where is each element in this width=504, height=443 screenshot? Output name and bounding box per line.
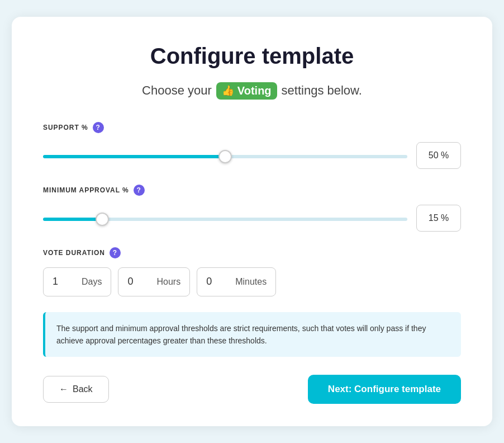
hours-input[interactable]: 0 [127, 276, 150, 288]
back-label: Back [73, 384, 93, 394]
next-label: Next: Configure template [328, 384, 441, 394]
info-box: The support and minimum approval thresho… [43, 312, 461, 357]
minutes-label: Minutes [235, 277, 267, 287]
minutes-field: 0 Minutes [197, 267, 276, 296]
support-value-box: 50 % [416, 142, 461, 169]
duration-section: VOTE DURATION ? 1 Days 0 Hours 0 Minutes [43, 247, 461, 296]
approval-slider-row: 15 % [43, 205, 461, 232]
duration-label-row: VOTE DURATION ? [43, 247, 461, 258]
days-label: Days [82, 277, 102, 287]
main-card: Configure template Choose your 👍 Voting … [12, 17, 492, 427]
approval-slider-wrapper [43, 213, 407, 223]
back-button[interactable]: ← Back [43, 376, 109, 403]
thumbs-up-icon: 👍 [222, 84, 234, 97]
support-help-icon[interactable]: ? [93, 122, 104, 133]
support-label-row: SUPPORT % ? [43, 122, 461, 133]
subtitle: Choose your 👍 Voting settings below. [43, 82, 461, 100]
approval-value-box: 15 % [416, 205, 461, 232]
next-button[interactable]: Next: Configure template [308, 375, 461, 404]
support-section: SUPPORT % ? 50 % [43, 122, 461, 169]
support-slider-row: 50 % [43, 142, 461, 169]
approval-slider[interactable] [43, 218, 407, 221]
approval-label-row: MINIMUM APPROVAL % ? [43, 185, 461, 196]
days-input[interactable]: 1 [53, 276, 75, 288]
approval-section: MINIMUM APPROVAL % ? 15 % [43, 185, 461, 232]
page-title: Configure template [43, 44, 461, 69]
back-arrow-icon: ← [59, 384, 68, 394]
approval-help-icon[interactable]: ? [134, 185, 145, 196]
voting-badge: 👍 Voting [216, 82, 277, 100]
hours-label: Hours [156, 277, 180, 287]
hours-field: 0 Hours [118, 267, 190, 296]
footer-row: ← Back Next: Configure template [43, 375, 461, 404]
days-field: 1 Days [43, 267, 111, 296]
duration-label: VOTE DURATION [43, 249, 105, 257]
approval-label: MINIMUM APPROVAL % [43, 186, 129, 194]
support-label: SUPPORT % [43, 124, 88, 131]
subtitle-suffix: settings below. [282, 83, 362, 98]
support-slider-wrapper [43, 150, 407, 161]
duration-row: 1 Days 0 Hours 0 Minutes [43, 267, 461, 296]
voting-badge-label: Voting [237, 84, 272, 97]
minutes-input[interactable]: 0 [206, 276, 229, 288]
support-slider[interactable] [43, 155, 407, 158]
info-text: The support and minimum approval thresho… [56, 324, 426, 345]
duration-help-icon[interactable]: ? [110, 247, 121, 258]
subtitle-prefix: Choose your [142, 83, 212, 98]
